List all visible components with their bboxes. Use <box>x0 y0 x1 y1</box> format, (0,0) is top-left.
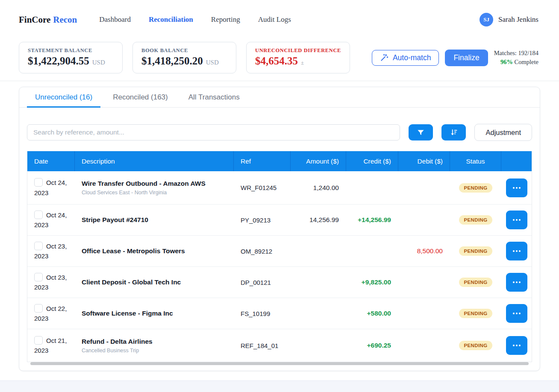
panel-content: Adjustment DateDescriptionRefAmount ($)C… <box>19 108 540 371</box>
row-checkbox[interactable] <box>34 336 43 345</box>
status-badge: PENDING <box>459 309 492 318</box>
more-options-button[interactable] <box>506 178 527 197</box>
description-cell: Stripe Payout #24710 <box>75 216 234 224</box>
magic-wand-icon <box>380 53 388 62</box>
tab-reconciled[interactable]: Reconciled (163) <box>105 87 176 108</box>
status-cell: PENDING <box>450 309 501 318</box>
filter-button[interactable] <box>409 124 433 140</box>
column-header: Credit ($) <box>346 151 398 171</box>
more-options-button[interactable] <box>506 211 527 229</box>
more-options-button[interactable] <box>506 336 527 355</box>
unreconciled-difference-card: UNRECONCILED DIFFERENCE $4,654.35± <box>246 42 350 73</box>
status-badge: PENDING <box>459 183 492 193</box>
amount-cell: 1,240.00 <box>291 184 346 192</box>
table-body: Oct 24, 2023 Wire Transfer Outbound - Am… <box>27 171 532 362</box>
statement-balance-label: STATEMENT BALANCE <box>28 47 114 54</box>
nav-item-dashboard[interactable]: Dashboard <box>99 15 131 24</box>
row-checkbox[interactable] <box>34 273 43 281</box>
book-balance-card: BOOK BALANCE $1,418,250.20USD <box>132 42 236 73</box>
user-name: Sarah Jenkins <box>498 15 538 24</box>
more-options-icon <box>513 313 521 314</box>
funnel-icon <box>417 129 425 137</box>
table-row: Oct 23, 2023 Client Deposit - Global Tec… <box>27 266 532 298</box>
more-options-button[interactable] <box>506 304 527 323</box>
more-options-icon <box>513 345 521 346</box>
avatar[interactable]: SJ <box>480 13 493 26</box>
ref-cell: PY_09213 <box>234 216 291 224</box>
ref-cell: REF_184_01 <box>234 342 291 349</box>
sort-button[interactable] <box>441 124 466 140</box>
nav-item-reconciliation[interactable]: Reconciliation <box>149 15 193 24</box>
finalize-button[interactable]: Finalize <box>445 50 488 66</box>
more-options-icon <box>513 281 521 283</box>
description-cell: Office Lease - Metropolis Towers <box>75 247 234 255</box>
table-row: Oct 23, 2023 Office Lease - Metropolis T… <box>27 235 532 266</box>
stats-row: STATEMENT BALANCE $1,422,904.55USD BOOK … <box>0 39 559 73</box>
description-cell: Client Deposit - Global Tech Inc <box>75 278 234 286</box>
status-badge: PENDING <box>459 341 492 350</box>
status-badge: PENDING <box>459 246 492 256</box>
column-header: Amount ($) <box>291 151 346 171</box>
row-checkbox[interactable] <box>34 242 43 250</box>
horizontal-scrollbar[interactable] <box>30 362 529 365</box>
action-cell <box>501 304 532 323</box>
transactions-table: DateDescriptionRefAmount ($)Credit ($)De… <box>27 151 532 362</box>
brand-secondary: Recon <box>53 15 77 25</box>
action-cell <box>501 242 532 260</box>
section-divider <box>0 81 559 81</box>
column-header: Date <box>27 151 75 171</box>
table-header-row: DateDescriptionRefAmount ($)Credit ($)De… <box>27 151 532 171</box>
row-checkbox[interactable] <box>34 178 43 187</box>
status-cell: PENDING <box>450 183 501 193</box>
row-checkbox[interactable] <box>34 304 43 313</box>
description-cell: Refund - Delta Airlines Cancelled Busine… <box>75 338 234 354</box>
row-description: Office Lease - Metropolis Towers <box>82 247 227 255</box>
plus-minus-suffix: ± <box>301 59 304 66</box>
row-description: Wire Transfer Outbound - Amazon AWS <box>82 180 227 187</box>
search-input[interactable] <box>27 124 400 140</box>
column-header: Debit ($) <box>398 151 450 171</box>
more-options-button[interactable] <box>506 242 527 260</box>
more-options-icon <box>513 250 521 252</box>
status-cell: PENDING <box>450 215 501 225</box>
top-bar: FinCoreRecon Dashboard Reconciliation Re… <box>0 0 559 39</box>
status-badge: PENDING <box>459 278 492 287</box>
unreconciled-difference-label: UNRECONCILED DIFFERENCE <box>255 47 341 54</box>
statement-balance-currency: USD <box>92 59 105 66</box>
user-menu[interactable]: SJ Sarah Jenkins <box>480 13 538 26</box>
completion-line: 96% Complete <box>494 58 538 67</box>
auto-match-button[interactable]: Auto-match <box>372 50 439 66</box>
table-row: Oct 24, 2023 Wire Transfer Outbound - Am… <box>27 171 532 204</box>
row-description: Refund - Delta Airlines <box>82 338 227 345</box>
book-balance-label: BOOK BALANCE <box>141 47 227 54</box>
more-options-icon <box>513 219 521 221</box>
row-description-subtitle: Cancelled Business Trip <box>82 348 227 354</box>
column-header: Description <box>75 151 234 171</box>
nav-item-reporting[interactable]: Reporting <box>211 15 240 24</box>
ref-cell: WR_F01245 <box>234 184 291 191</box>
reconciliation-panel: Unreconciled (16) Reconciled (163) All T… <box>19 87 540 371</box>
adjustment-button[interactable]: Adjustment <box>474 124 532 141</box>
row-checkbox[interactable] <box>34 211 43 219</box>
date-cell: Oct 23, 2023 <box>27 272 75 293</box>
more-options-icon <box>513 187 521 189</box>
status-cell: PENDING <box>450 341 501 350</box>
table-row: Oct 24, 2023 Stripe Payout #24710 PY_092… <box>27 204 532 235</box>
status-cell: PENDING <box>450 246 501 256</box>
date-cell: Oct 21, 2023 <box>27 336 75 356</box>
book-balance-value: $1,418,250.20 <box>141 55 203 67</box>
tab-unreconciled[interactable]: Unreconciled (16) <box>27 87 100 108</box>
column-header: Ref <box>234 151 291 171</box>
book-balance-currency: USD <box>206 59 219 66</box>
matches-count: Matches: 192/184 <box>494 49 538 58</box>
more-options-button[interactable] <box>506 273 527 292</box>
auto-match-label: Auto-match <box>393 53 431 62</box>
nav-item-audit-logs[interactable]: Audit Logs <box>258 15 291 24</box>
column-header: Status <box>450 151 501 171</box>
row-description-subtitle: Cloud Services East - North Virginia <box>82 190 227 196</box>
credit-cell: +14,256.99 <box>346 216 398 224</box>
tab-bar: Unreconciled (16) Reconciled (163) All T… <box>19 87 540 108</box>
description-cell: Wire Transfer Outbound - Amazon AWS Clou… <box>75 180 234 196</box>
sort-descending-icon <box>450 128 458 137</box>
tab-all-transactions[interactable]: All Transactions <box>180 87 248 108</box>
